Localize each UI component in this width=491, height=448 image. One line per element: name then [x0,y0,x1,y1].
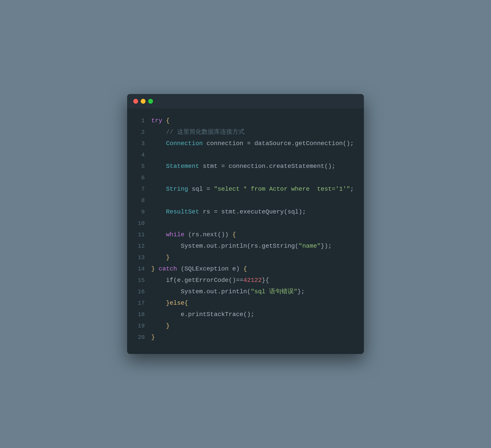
code-token: connection = dataSource.getConnection(); [203,140,354,147]
code-token: while [166,231,184,238]
code-token [151,300,166,306]
line-number: 18 [134,309,145,320]
code-line: 1try { [134,115,355,126]
code-token: try [151,117,162,124]
code-line: 13 } [134,252,355,263]
code-token [162,117,166,124]
line-number: 13 [134,252,145,263]
code-token: stmt = connection.createStatement(); [199,163,335,170]
line-number: 6 [134,172,145,183]
line-content: } [151,320,355,332]
code-token: } [166,322,170,329]
titlebar [127,94,364,109]
code-token: }); [321,243,332,249]
line-content: } [151,332,355,343]
code-token: // 这里简化数据库连接方式 [151,129,245,135]
line-content: System.out.println(rs.getString("name"})… [151,241,355,252]
code-token: String [151,186,188,192]
line-number: 9 [134,206,145,218]
code-token: catch [159,265,177,272]
code-token: }{ [262,277,269,284]
code-token: System.out.println( [151,288,251,295]
line-number: 19 [134,320,145,332]
code-token: (rs.next()) [184,231,232,238]
code-token: ResultSet [151,208,199,215]
code-line: 14} catch (SQLException e) { [134,263,355,275]
line-content: System.out.println("sql 语句错误"}; [151,286,355,298]
close-button[interactable] [133,99,138,104]
code-window: 1try {2 // 这里简化数据库连接方式3 Connection conne… [127,94,364,354]
line-number: 16 [134,286,145,298]
code-token [155,265,159,272]
code-token: rs = stmt.executeQuery(sql); [199,208,306,215]
code-token: { [232,231,236,238]
code-token: "name" [299,243,321,249]
line-content: try { [151,115,355,126]
line-number: 8 [134,195,145,206]
line-number: 11 [134,229,145,241]
line-number: 4 [134,149,145,161]
maximize-button[interactable] [148,99,153,104]
line-number: 15 [134,275,145,286]
line-number: 3 [134,138,145,149]
code-token: sql = [188,186,214,192]
line-content: String sql = "select * from Actor where … [151,183,355,195]
code-line: 17 }else{ [134,298,355,309]
line-number: 20 [134,332,145,343]
line-number: 7 [134,183,145,195]
code-line: 15 if(e.getErrorCode()==42122}{ [134,275,355,286]
code-line: 5 Statement stmt = connection.createStat… [134,161,355,172]
code-line: 4 [134,149,355,161]
line-content: while (rs.next()) { [151,229,355,241]
code-token: { [243,265,247,272]
code-token: } [151,265,155,272]
code-token: 42122 [243,277,262,284]
code-token: { [166,117,170,124]
code-line: 8 [134,195,355,206]
line-content: } [151,252,355,263]
code-token [151,322,166,329]
code-token: if(e.getErrorCode()== [151,277,243,284]
code-token: Statement [151,163,199,170]
code-token: } [151,334,155,341]
line-content: // 这里简化数据库连接方式 [151,126,355,138]
code-line: 6 [134,172,355,183]
minimize-button[interactable] [141,99,146,104]
line-content: Statement stmt = connection.createStatem… [151,161,355,172]
line-content: Connection connection = dataSource.getCo… [151,138,355,149]
line-number: 12 [134,241,145,252]
line-number: 14 [134,263,145,275]
code-line: 20} [134,332,355,343]
code-token: Connection [151,140,203,147]
code-token: ; [350,186,354,192]
line-content: ResultSet rs = stmt.executeQuery(sql); [151,206,355,218]
line-content: if(e.getErrorCode()==42122}{ [151,275,355,286]
code-line: 19 } [134,320,355,332]
line-content: } catch (SQLException e) { [151,263,355,275]
line-content: e.printStackTrace(); [151,309,355,320]
code-token: } [166,254,170,261]
code-token: System.out.println(rs.getString( [151,243,299,249]
code-token: }; [297,288,305,295]
code-line: 16 System.out.println("sql 语句错误"}; [134,286,355,298]
code-token: e.printStackTrace(); [151,311,254,318]
code-line: 10 [134,218,355,229]
code-token: }else{ [166,300,188,306]
code-token [151,231,166,238]
code-token: "sql 语句错误" [251,288,297,295]
code-token: "select * from Actor where test='1'" [214,186,350,192]
code-editor: 1try {2 // 这里简化数据库连接方式3 Connection conne… [127,109,364,354]
code-line: 12 System.out.println(rs.getString("name… [134,241,355,252]
code-token: (SQLException e) [177,265,243,272]
code-line: 18 e.printStackTrace(); [134,309,355,320]
line-number: 1 [134,115,145,126]
line-number: 5 [134,161,145,172]
line-number: 10 [134,218,145,229]
line-content: }else{ [151,298,355,309]
code-line: 7 String sql = "select * from Actor wher… [134,183,355,195]
line-number: 2 [134,126,145,138]
code-line: 2 // 这里简化数据库连接方式 [134,126,355,138]
code-line: 9 ResultSet rs = stmt.executeQuery(sql); [134,206,355,218]
code-line: 11 while (rs.next()) { [134,229,355,241]
code-token [151,254,166,261]
